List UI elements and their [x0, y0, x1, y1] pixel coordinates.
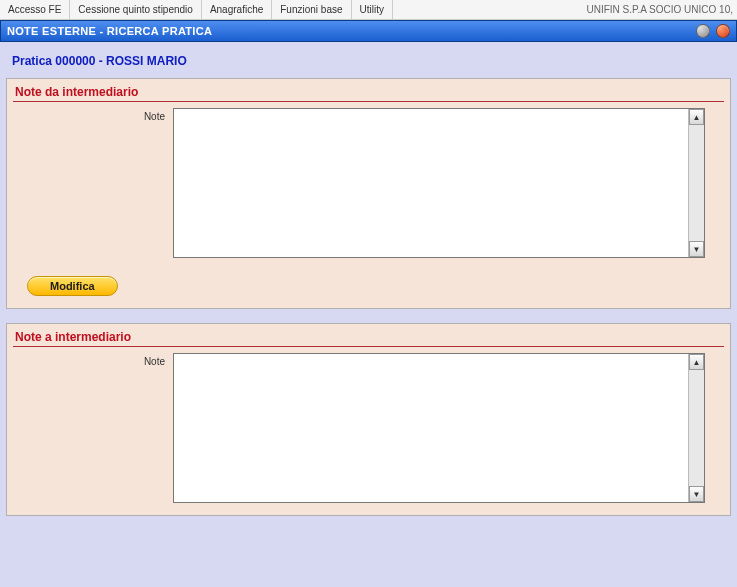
panel-note-da-intermediario: Note da intermediario Note ▲ ▼ Modifica [6, 78, 731, 309]
scrollbar-da[interactable]: ▲ ▼ [688, 109, 704, 257]
menu-accesso-fe[interactable]: Accesso FE [0, 0, 70, 19]
window-title: NOTE ESTERNE - RICERCA PRATICA [7, 25, 690, 37]
panel-note-a-intermediario: Note a intermediario Note ▲ ▼ [6, 323, 731, 516]
divider [13, 101, 724, 102]
divider [13, 346, 724, 347]
label-note-da: Note [13, 108, 173, 122]
pratica-header: Pratica 000000 - ROSSI MARIO [6, 48, 731, 78]
menu-funzioni-base[interactable]: Funzioni base [272, 0, 351, 19]
scroll-up-icon[interactable]: ▲ [689, 109, 704, 125]
scroll-down-icon[interactable]: ▼ [689, 241, 704, 257]
company-label: UNIFIN S.P.A SOCIO UNICO 10, [586, 4, 737, 15]
field-row-note-da: Note ▲ ▼ [13, 108, 724, 258]
scrollbar-a[interactable]: ▲ ▼ [688, 354, 704, 502]
label-note-a: Note [13, 353, 173, 367]
menu-anagrafiche[interactable]: Anagrafiche [202, 0, 272, 19]
note-a-input[interactable] [174, 354, 688, 502]
menu-utility[interactable]: Utility [352, 0, 393, 19]
panel-title-a: Note a intermediario [13, 330, 724, 346]
titlebar: NOTE ESTERNE - RICERCA PRATICA [0, 20, 737, 42]
scroll-down-icon[interactable]: ▼ [689, 486, 704, 502]
modifica-button[interactable]: Modifica [27, 276, 118, 296]
menubar: Accesso FE Cessione quinto stipendio Ana… [0, 0, 737, 20]
scroll-up-icon[interactable]: ▲ [689, 354, 704, 370]
field-row-note-a: Note ▲ ▼ [13, 353, 724, 503]
panel-title-da: Note da intermediario [13, 85, 724, 101]
note-da-input[interactable] [174, 109, 688, 257]
menu-cessione-quinto[interactable]: Cessione quinto stipendio [70, 0, 202, 19]
textarea-wrap-a: ▲ ▼ [173, 353, 705, 503]
page-body: Pratica 000000 - ROSSI MARIO Note da int… [0, 42, 737, 587]
help-icon[interactable] [696, 24, 710, 38]
close-icon[interactable] [716, 24, 730, 38]
textarea-wrap-da: ▲ ▼ [173, 108, 705, 258]
